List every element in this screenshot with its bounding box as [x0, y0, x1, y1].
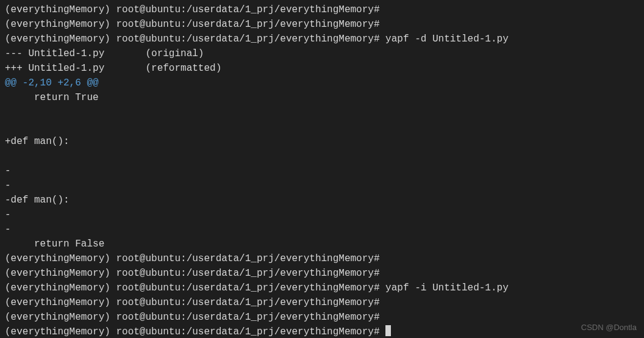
terminal-line: (everythingMemory) root@ubuntu:/userdata… — [5, 2, 639, 17]
output-text: +++ Untitled-1.py (reformatted) — [5, 63, 221, 74]
terminal-line: - — [5, 178, 639, 193]
terminal-line: return True — [5, 90, 639, 105]
terminal-line: - — [5, 207, 639, 222]
terminal-line: --- Untitled-1.py (original) — [5, 46, 639, 61]
venv-prefix: (everythingMemory) — [5, 4, 116, 15]
shell-prompt: root@ubuntu:/userdata/1_prj/everythingMe… — [116, 282, 379, 293]
terminal-line: +++ Untitled-1.py (reformatted) — [5, 61, 639, 76]
terminal-line: +def man(): — [5, 134, 639, 149]
shell-prompt: root@ubuntu:/userdata/1_prj/everythingMe… — [116, 326, 379, 337]
shell-prompt: root@ubuntu:/userdata/1_prj/everythingMe… — [116, 253, 379, 264]
output-text: - — [5, 224, 11, 235]
output-text: - — [5, 165, 11, 176]
output-text: return True — [5, 92, 99, 103]
venv-prefix: (everythingMemory) — [5, 326, 116, 337]
command-text: yapf -i Untitled-1.py — [380, 282, 509, 293]
output-text: - — [5, 180, 11, 191]
diff-hunk-header: @@ -2,10 +2,6 @@ — [5, 77, 99, 88]
shell-prompt: root@ubuntu:/userdata/1_prj/everythingMe… — [116, 312, 379, 323]
terminal-line — [5, 120, 639, 134]
shell-prompt: root@ubuntu:/userdata/1_prj/everythingMe… — [116, 4, 379, 15]
command-text: yapf -d Untitled-1.py — [380, 34, 509, 45]
terminal-line: return False — [5, 237, 639, 251]
venv-prefix: (everythingMemory) — [5, 297, 116, 308]
terminal-line: (everythingMemory) root@ubuntu:/userdata… — [5, 295, 639, 310]
output-text — [5, 107, 11, 118]
output-text — [5, 121, 11, 132]
venv-prefix: (everythingMemory) — [5, 253, 116, 264]
shell-prompt: root@ubuntu:/userdata/1_prj/everythingMe… — [116, 34, 379, 45]
terminal-line: (everythingMemory) root@ubuntu:/userdata… — [5, 32, 639, 46]
output-text — [5, 151, 11, 162]
venv-prefix: (everythingMemory) — [5, 282, 116, 293]
output-text: return False — [5, 239, 104, 250]
terminal-line: - — [5, 164, 639, 178]
shell-prompt: root@ubuntu:/userdata/1_prj/everythingMe… — [116, 268, 379, 279]
watermark-text: CSDN @Dontla — [581, 322, 637, 334]
shell-prompt: root@ubuntu:/userdata/1_prj/everythingMe… — [116, 19, 379, 30]
terminal-line: (everythingMemory) root@ubuntu:/userdata… — [5, 266, 639, 281]
venv-prefix: (everythingMemory) — [5, 312, 116, 323]
output-text: --- Untitled-1.py (original) — [5, 48, 204, 59]
terminal-line: (everythingMemory) root@ubuntu:/userdata… — [5, 17, 639, 32]
terminal-line: -def man(): — [5, 193, 639, 207]
output-text: - — [5, 209, 11, 220]
output-text: +def man(): — [5, 136, 70, 147]
venv-prefix: (everythingMemory) — [5, 34, 116, 45]
venv-prefix: (everythingMemory) — [5, 19, 116, 30]
cursor-block — [385, 325, 391, 336]
venv-prefix: (everythingMemory) — [5, 268, 116, 279]
terminal-line — [5, 149, 639, 164]
shell-prompt: root@ubuntu:/userdata/1_prj/everythingMe… — [116, 297, 379, 308]
terminal-line — [5, 105, 639, 120]
terminal-line: (everythingMemory) root@ubuntu:/userdata… — [5, 281, 639, 295]
terminal-line: (everythingMemory) root@ubuntu:/userdata… — [5, 325, 639, 338]
terminal-line: (everythingMemory) root@ubuntu:/userdata… — [5, 310, 639, 325]
output-text: -def man(): — [5, 195, 70, 206]
terminal-line: @@ -2,10 +2,6 @@ — [5, 76, 639, 90]
terminal-line: - — [5, 222, 639, 237]
terminal-output[interactable]: (everythingMemory) root@ubuntu:/userdata… — [5, 2, 639, 338]
command-text — [380, 326, 386, 337]
terminal-line: (everythingMemory) root@ubuntu:/userdata… — [5, 251, 639, 266]
